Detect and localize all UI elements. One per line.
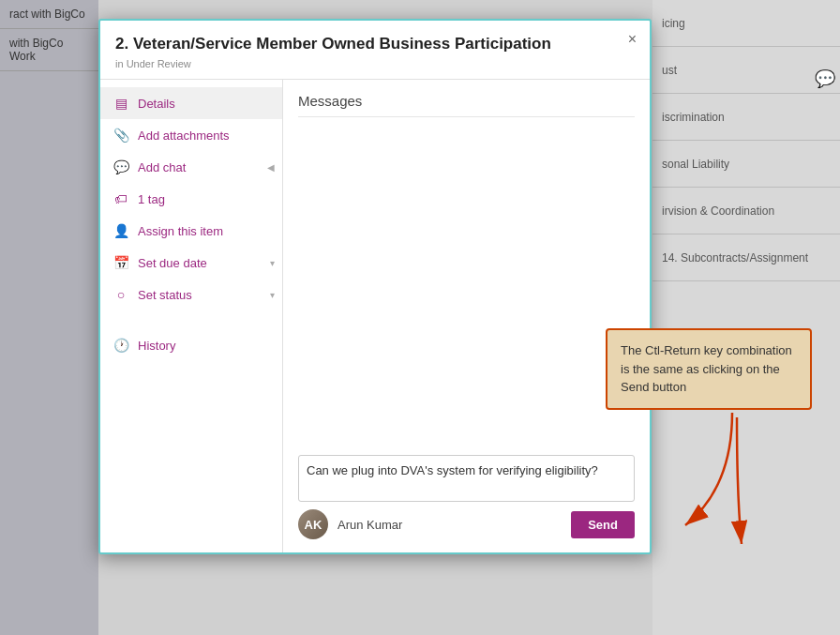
modal-header: 2. Veteran/Service Member Owned Business… bbox=[100, 21, 650, 80]
sidebar-item-attachments[interactable]: 📎 Add attachments bbox=[100, 119, 282, 151]
chat-label: Add chat bbox=[138, 160, 186, 174]
status-prefix: in bbox=[115, 58, 124, 69]
tooltip-text: The Ctl-Return key combination is the sa… bbox=[621, 343, 792, 394]
attachments-icon: 📎 bbox=[113, 128, 128, 143]
bg-row-2: ust bbox=[652, 47, 840, 94]
sidebar-item-status[interactable]: ○ Set status ▾ bbox=[100, 279, 282, 310]
messages-area bbox=[298, 127, 635, 455]
assign-label: Assign this item bbox=[138, 224, 223, 238]
modal-dialog: 2. Veteran/Service Member Owned Business… bbox=[98, 19, 652, 554]
modal-sidebar: ▤ Details 📎 Add attachments 💬 Add chat ◀… bbox=[100, 80, 283, 552]
left-item-2: with BigCo Work bbox=[0, 29, 98, 71]
sidebar-item-history[interactable]: 🕐 History bbox=[100, 329, 282, 361]
message-input[interactable]: Can we plug into DVA's system for verify… bbox=[298, 455, 635, 502]
avatar-image: AK bbox=[298, 509, 328, 539]
history-icon: 🕐 bbox=[113, 338, 128, 353]
modal-title: 2. Veteran/Service Member Owned Business… bbox=[115, 34, 635, 54]
due-date-icon: 📅 bbox=[113, 255, 128, 270]
details-label: Details bbox=[138, 97, 175, 111]
status-value: Under Review bbox=[127, 58, 191, 69]
left-panel: ract with BigCo with BigCo Work bbox=[0, 0, 98, 635]
bg-row-6: 14. Subcontracts/Assignment bbox=[652, 234, 840, 281]
tag-icon: 🏷 bbox=[113, 191, 128, 206]
bg-row-3: iscrimination bbox=[652, 94, 840, 141]
modal-body: ▤ Details 📎 Add attachments 💬 Add chat ◀… bbox=[100, 80, 650, 552]
bg-chat-icon: 💬 bbox=[815, 68, 835, 89]
sidebar-item-details[interactable]: ▤ Details bbox=[100, 87, 282, 119]
due-date-label: Set due date bbox=[138, 256, 207, 270]
tag-label: 1 tag bbox=[138, 192, 165, 206]
assign-icon: 👤 bbox=[113, 223, 128, 238]
modal-main: Messages Can we plug into DVA's system f… bbox=[283, 80, 650, 552]
message-footer: AK Arun Kumar Send bbox=[298, 509, 635, 539]
bg-row-5: irvision & Coordination bbox=[652, 188, 840, 234]
send-button[interactable]: Send bbox=[571, 511, 635, 538]
history-label: History bbox=[138, 339, 175, 353]
attachments-label: Add attachments bbox=[138, 129, 230, 143]
status-chevron: ▾ bbox=[270, 290, 275, 300]
chat-chevron: ◀ bbox=[267, 162, 275, 173]
due-date-chevron: ▾ bbox=[270, 258, 275, 268]
bg-row-1: icing bbox=[652, 0, 840, 47]
right-col: icing ust iscrimination sonal Liability … bbox=[652, 0, 840, 635]
tooltip-box: The Ctl-Return key combination is the sa… bbox=[606, 328, 812, 410]
avatar: AK bbox=[298, 509, 328, 539]
bg-row-4: sonal Liability bbox=[652, 141, 840, 188]
chat-icon: 💬 bbox=[113, 159, 128, 174]
sender-name: Arun Kumar bbox=[338, 518, 562, 532]
messages-title: Messages bbox=[298, 93, 635, 117]
sidebar-item-assign[interactable]: 👤 Assign this item bbox=[100, 215, 282, 247]
close-button[interactable]: × bbox=[628, 32, 637, 47]
details-icon: ▤ bbox=[113, 96, 128, 111]
modal-status: in Under Review bbox=[115, 58, 635, 69]
sidebar-item-due-date[interactable]: 📅 Set due date ▾ bbox=[100, 247, 282, 279]
status-label: Set status bbox=[138, 288, 192, 302]
sidebar-item-chat[interactable]: 💬 Add chat ◀ bbox=[100, 151, 282, 183]
sidebar-item-tag[interactable]: 🏷 1 tag bbox=[100, 183, 282, 215]
left-item-1: ract with BigCo bbox=[0, 0, 98, 29]
status-icon: ○ bbox=[113, 287, 128, 302]
